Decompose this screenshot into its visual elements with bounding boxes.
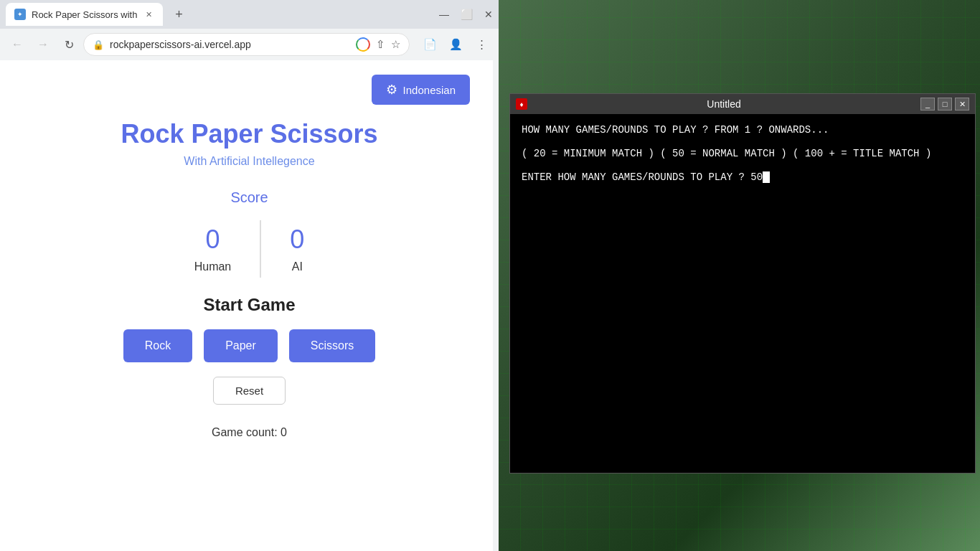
new-tab-button[interactable]: + [169, 4, 189, 24]
bookmark-icon[interactable]: ☆ [391, 38, 400, 51]
score-board: 0 Human 0 AI [29, 217, 470, 281]
ai-score: 0 [290, 225, 304, 255]
terminal-line-1: HOW MANY GAMES/ROUNDS TO PLAY ? FROM 1 ?… [522, 123, 963, 138]
refresh-button[interactable]: ↻ [57, 33, 80, 56]
webpage-body: ⚙ Indonesian Rock Paper Scissors With Ar… [0, 60, 499, 453]
human-score: 0 [205, 225, 220, 255]
terminal-title: Untitled [533, 98, 915, 110]
translate-icon: ⚙ [386, 82, 397, 98]
browser-window: ✦ Rock Paper Scissors with ✕ + — ⬜ ✕ ← →… [0, 0, 499, 551]
scissors-button[interactable]: Scissors [289, 329, 375, 362]
terminal-maximize-button[interactable]: □ [938, 98, 952, 110]
tab-close-window-button[interactable]: ✕ [484, 9, 493, 20]
url-text: rockpaperscissors-ai.vercel.app [110, 39, 350, 50]
tab-controls: — ⬜ ✕ [439, 9, 493, 20]
tab-title: Rock Paper Scissors with [32, 9, 137, 20]
menu-button[interactable]: ⋮ [470, 33, 493, 56]
terminal-body: HOW MANY GAMES/ROUNDS TO PLAY ? FROM 1 ?… [510, 114, 975, 473]
rock-button[interactable]: Rock [123, 329, 192, 362]
google-icon [356, 37, 370, 52]
terminal-line-3: ENTER HOW MANY GAMES/ROUNDS TO PLAY ? 50 [522, 170, 963, 185]
translate-label: Indonesian [403, 84, 456, 96]
browser-nav-bar: ← → ↻ 🔒 rockpaperscissors-ai.vercel.app … [0, 29, 499, 60]
lock-icon: 🔒 [93, 39, 104, 50]
tab-minimize-button[interactable]: — [439, 9, 449, 20]
share-icon[interactable]: ⇧ [376, 38, 385, 51]
browser-nav-icons: 📄 👤 ⋮ [418, 33, 493, 56]
terminal-title-bar: ♦ Untitled _ □ ✕ [510, 94, 975, 114]
terminal-close-button[interactable]: ✕ [955, 98, 969, 110]
reader-mode-button[interactable]: 📄 [418, 33, 441, 56]
browser-tab[interactable]: ✦ Rock Paper Scissors with ✕ [6, 3, 163, 26]
game-subtitle: With Artificial Intellegence [184, 155, 314, 168]
paper-button[interactable]: Paper [204, 329, 278, 362]
ai-label: AI [292, 260, 303, 273]
forward-button[interactable]: → [32, 33, 55, 56]
terminal-minimize-button[interactable]: _ [920, 98, 935, 110]
game-title: Rock Paper Scissors [121, 119, 377, 149]
terminal-cursor [763, 171, 770, 183]
tab-favicon-icon: ✦ [14, 9, 26, 20]
score-label: Score [29, 189, 470, 206]
game-count: Game count: 0 [212, 426, 287, 439]
game-buttons: Rock Paper Scissors [123, 329, 376, 362]
address-bar[interactable]: 🔒 rockpaperscissors-ai.vercel.app ⇧ ☆ [83, 33, 410, 56]
browser-title-bar: ✦ Rock Paper Scissors with ✕ + — ⬜ ✕ [0, 0, 499, 29]
human-label: Human [194, 260, 232, 273]
score-section: Score 0 Human 0 AI [29, 189, 470, 281]
tab-restore-button[interactable]: ⬜ [461, 9, 473, 20]
terminal-window: ♦ Untitled _ □ ✕ HOW MANY GAMES/ROUNDS T… [509, 93, 976, 474]
profile-button[interactable]: 👤 [444, 33, 467, 56]
reset-button[interactable]: Reset [213, 377, 286, 405]
back-button[interactable]: ← [6, 33, 29, 56]
terminal-line-2: ( 20 = MINIMUM MATCH ) ( 50 = NORMAL MAT… [522, 146, 963, 161]
scrollbar[interactable] [493, 60, 499, 551]
tab-close-button[interactable]: ✕ [143, 9, 154, 20]
start-game-title: Start Game [203, 295, 295, 315]
browser-content: ⚙ Indonesian Rock Paper Scissors With Ar… [0, 60, 499, 551]
terminal-controls: _ □ ✕ [920, 98, 969, 110]
human-score-panel: 0 Human [166, 217, 260, 281]
ai-score-panel: 0 AI [261, 217, 333, 281]
terminal-favicon-icon: ♦ [516, 98, 527, 110]
translate-button[interactable]: ⚙ Indonesian [372, 75, 470, 105]
